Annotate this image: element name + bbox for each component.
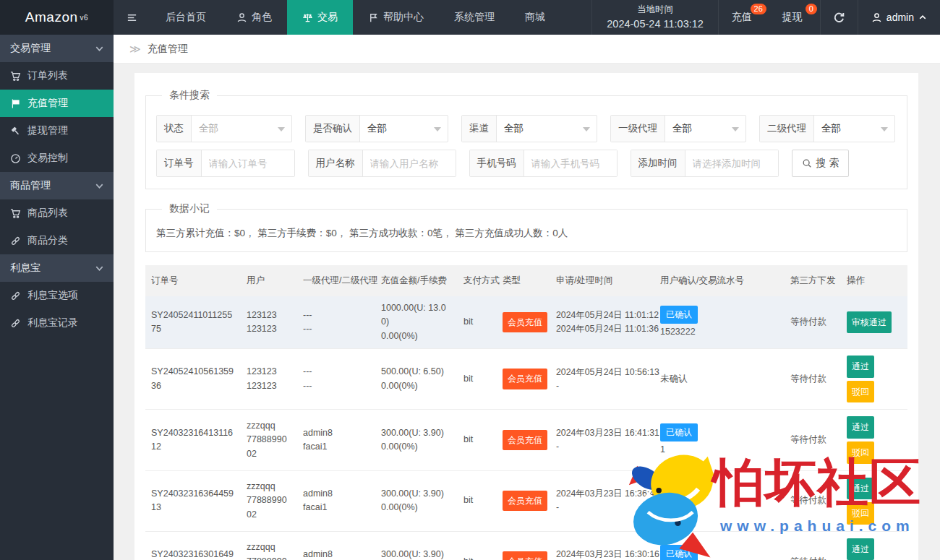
third-party-cell: 等待付款 [785,428,841,452]
reject-button[interactable]: 驳回 [847,381,874,403]
table-row: SY2405241101125575 123123123123 ------ 1… [145,296,907,349]
table-row: SY2403231636445913 zzzqqq7788899002 admi… [145,471,907,532]
agent2-select[interactable]: 全部 [814,116,894,142]
app-logo: Amazon v6 [0,0,114,35]
actions-cell: 通过驳回 [841,471,907,531]
type-badge: 会员充值 [503,551,547,560]
person-icon [871,12,882,23]
refresh-button[interactable] [820,0,858,35]
chevron-down-icon [94,43,105,54]
reject-button[interactable]: 驳回 [847,441,874,464]
chevron-down-icon [94,263,105,274]
nav-item-label: 后台首页 [166,11,206,24]
table-row: SY2405241056135936 123123123123 ------ 5… [145,349,907,410]
user-cell: 123123123123 [241,360,297,398]
sidebar-item-recharge[interactable]: 充值管理 [0,90,114,117]
phone-input[interactable] [524,150,617,176]
type-cell: 会员充值 [497,546,550,560]
summary-legend: 数据小记 [162,202,217,215]
nav-item-system[interactable]: 系统管理 [439,0,510,35]
sidebar-group-label: 交易管理 [10,42,51,55]
sidebar-item-label: 商品分类 [27,234,68,247]
sidebar-item-trade-control[interactable]: 交易控制 [0,145,114,172]
third-party-cell: 等待付款 [785,310,841,334]
confirm-cell: 未确认 [654,367,785,391]
sidebar-item-lixibao-options[interactable]: 利息宝选项 [0,282,114,309]
summary-fieldset: 数据小记 第三方累计充值：$0， 第三方手续费：$0， 第三方成功收款：0笔， … [145,202,907,252]
recharge-count-badge: 26 [751,4,766,14]
order-no-cell: SY2403231630164957 [145,543,241,560]
user-cell: 123123123123 [241,303,297,342]
chevron-down-icon [278,127,285,132]
order-no-input[interactable] [202,150,294,176]
sidebar-item-withdraw[interactable]: 提现管理 [0,117,114,145]
col-pay: 支付方式 [458,265,497,296]
user-cell: zzzqqq7788899002 [241,475,297,527]
search-icon [802,158,812,168]
channel-select[interactable]: 全部 [497,116,597,142]
nav-item-label: 商城 [525,11,545,24]
table-header: 订单号 用户 一级代理/二级代理 充值金额/手续费 支付方式 类型 申请/处理时… [145,265,907,296]
approve-button[interactable]: 通过 [847,478,874,500]
refresh-icon [833,12,845,24]
sidebar-item-label: 利息宝选项 [27,289,78,302]
navbar-right: 当地时间 2024-05-24 11:03:12 充值 26 提现 0 admi… [591,0,940,35]
cart-icon [10,71,21,82]
sidebar-group-trade[interactable]: 交易管理 [0,35,114,62]
agent1-label: 一级代理 [611,116,665,142]
sidebar-toggle[interactable] [114,0,150,35]
reject-button[interactable]: 驳回 [847,502,874,525]
user-cell: zzzqqq7788899002 [241,535,297,560]
add-time-input[interactable] [685,150,778,176]
col-type: 类型 [497,265,550,296]
col-confirm: 用户确认/交易流水号 [654,265,785,296]
type-cell: 会员充值 [497,363,550,395]
confirm-select[interactable]: 全部 [360,116,448,142]
nav-item-label: 角色 [252,11,272,24]
sidebar-group-goods[interactable]: 商品管理 [0,172,114,199]
withdraw-shortcut[interactable]: 提现 0 [769,0,820,35]
flow-no: 1523222 [660,325,779,339]
sidebar-group-lixibao[interactable]: 利息宝 [0,254,114,282]
nav-item-label: 交易 [317,11,338,24]
type-badge: 会员充值 [503,312,547,333]
sidebar-item-order-list[interactable]: 订单列表 [0,62,114,90]
approve-button[interactable]: 通过 [847,538,874,560]
actions-cell: 通过驳回 [841,410,907,470]
gavel-icon [10,126,21,137]
nav-item-mall[interactable]: 商城 [510,0,560,35]
actions-cell: 审核通过 [841,305,907,340]
agent1-select[interactable]: 全部 [665,116,745,142]
sidebar-item-goods-list[interactable]: 商品列表 [0,199,114,227]
search-fieldset: 条件搜索 状态 全部 是否确认 全部 渠道 全部 一级代理 [145,89,907,189]
phone-group: 手机号码 [469,150,618,177]
amount-cell: 1000.00(U: 13.00)0.00(0%) [375,296,458,348]
amount-cell: 300.00(U: 3.90)0.00(0%) [375,482,458,520]
recharge-shortcut[interactable]: 充值 26 [719,0,769,35]
nav-item-trade[interactable]: 交易 [287,0,353,35]
approve-button[interactable]: 通过 [847,356,874,378]
pay-method-cell: bit [458,428,497,452]
sidebar-item-goods-category[interactable]: 商品分类 [0,227,114,254]
col-third: 第三方下发 [785,265,841,296]
nav-item-roles[interactable]: 角色 [221,0,287,35]
channel-select-group: 渠道 全部 [461,115,597,142]
username-input[interactable] [363,150,456,176]
nav-item-help[interactable]: 帮助中心 [353,0,439,35]
order-no-cell: SY2403231641311612 [145,421,241,460]
status-select[interactable]: 全部 [192,116,291,142]
gauge-icon [10,153,21,164]
search-row-inputs: 订单号 用户名称 手机号码 添加时间 [156,150,897,177]
user-cell: zzzqqq7788899002 [241,414,297,466]
user-menu[interactable]: admin [858,0,940,35]
sidebar-item-lixibao-records[interactable]: 利息宝记录 [0,309,114,337]
approve-button[interactable]: 通过 [847,416,874,439]
search-button[interactable]: 搜 索 [792,150,850,177]
time-cell: 2024年03月23日 16:41:31- [550,421,654,459]
approve-button[interactable]: 审核通过 [847,311,892,334]
local-time-value: 2024-05-24 11:03:12 [607,17,704,32]
nav-item-home[interactable]: 后台首页 [150,0,221,35]
search-row-selects: 状态 全部 是否确认 全部 渠道 全部 一级代理 全部 [156,115,897,142]
type-cell: 会员充值 [497,486,550,517]
local-time: 当地时间 2024-05-24 11:03:12 [591,0,719,35]
